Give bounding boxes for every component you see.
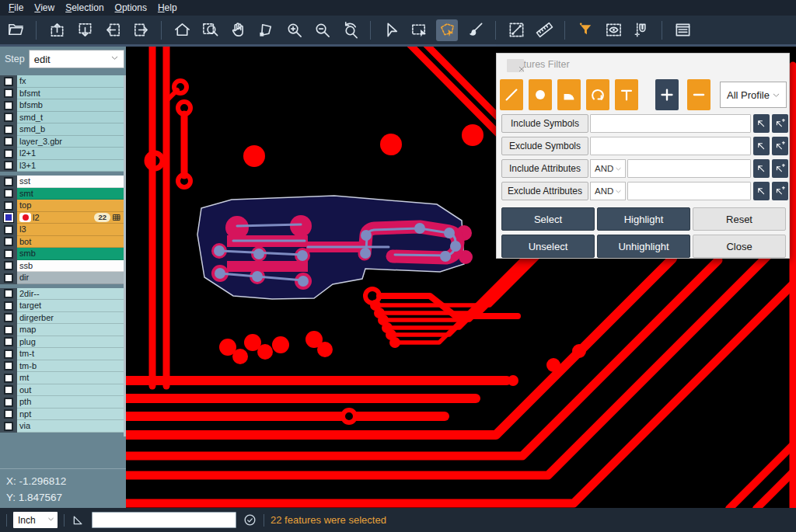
layer-visibility-checkbox[interactable]: [0, 420, 17, 433]
layer-visibility-checkbox[interactable]: [0, 75, 17, 88]
exclude-attributes-operator-select[interactable]: AND: [590, 182, 626, 200]
snap-button[interactable]: [630, 19, 652, 41]
zoom-out-button[interactable]: [311, 19, 333, 41]
include-attributes-operator-select[interactable]: AND: [590, 159, 626, 178]
layer-visibility-checkbox[interactable]: [0, 248, 17, 260]
layer-visibility-checkbox[interactable]: [0, 99, 17, 112]
layer-row-pth[interactable]: pth: [0, 396, 124, 409]
exclude-symbols-pick-add-button[interactable]: [772, 137, 788, 155]
layer-row-map[interactable]: map: [0, 324, 124, 336]
dialog-titlebar[interactable]: Features Filter: [497, 54, 789, 75]
layer-visibility-checkbox[interactable]: [0, 236, 17, 249]
layer-row-smd_b[interactable]: smd_b: [0, 123, 124, 136]
profile-select[interactable]: All Profile: [720, 82, 787, 108]
layer-visibility-checkbox[interactable]: [0, 300, 17, 312]
layer-visibility-checkbox[interactable]: [0, 336, 17, 349]
filter-remove-mode-button[interactable]: [687, 79, 710, 110]
exclude-attributes-field[interactable]: [627, 182, 751, 200]
layer-visibility-checkbox[interactable]: [0, 312, 17, 325]
unselect-button[interactable]: Unselect: [501, 235, 595, 258]
select-pointer-button[interactable]: [380, 19, 402, 41]
layer-row-smb[interactable]: smb: [0, 248, 124, 260]
layer-row-l3+1[interactable]: l3+1: [0, 160, 124, 172]
measure-points-button[interactable]: [505, 19, 527, 41]
layer-row-smt[interactable]: smt: [0, 188, 124, 200]
close-button[interactable]: Close: [693, 235, 786, 258]
layer-visibility-checkbox[interactable]: [0, 348, 17, 360]
clear-selection-button[interactable]: [464, 19, 486, 41]
select-rectangle-button[interactable]: [408, 19, 430, 41]
layer-row-mt[interactable]: mt: [0, 372, 124, 384]
exclude-symbols-field[interactable]: [590, 137, 751, 155]
filter-text-button[interactable]: [615, 79, 638, 110]
layer-visibility-checkbox[interactable]: [0, 372, 17, 384]
layer-row-plug[interactable]: plug: [0, 336, 124, 349]
step-select[interactable]: edit: [29, 50, 124, 68]
layer-visibility-checkbox[interactable]: [0, 160, 17, 172]
include-symbols-pick-add-button[interactable]: [772, 114, 788, 133]
zoom-window-button[interactable]: [199, 19, 221, 41]
home-view-button[interactable]: [171, 19, 193, 41]
command-input[interactable]: [92, 512, 236, 528]
layer-visibility-checkbox[interactable]: [0, 148, 17, 160]
measure-ruler-button[interactable]: [533, 19, 555, 41]
layer-row-out[interactable]: out: [0, 384, 124, 397]
include-symbols-pick-button[interactable]: [753, 114, 770, 133]
highlight-button[interactable]: Highlight: [597, 207, 690, 231]
grid-icon[interactable]: [112, 213, 121, 222]
menu-help[interactable]: Help: [152, 2, 183, 13]
exclude-symbols-pick-button[interactable]: [753, 137, 770, 155]
menu-view[interactable]: View: [29, 2, 60, 13]
menu-options[interactable]: Options: [110, 2, 152, 13]
filter-pads-button[interactable]: [529, 79, 552, 110]
layer-visibility-checkbox[interactable]: [0, 396, 17, 409]
filter-arcs-button[interactable]: [586, 79, 609, 110]
layer-visibility-checkbox[interactable]: [0, 224, 17, 236]
filter-add-mode-button[interactable]: [655, 79, 679, 110]
layer-visibility-checkbox[interactable]: [0, 360, 17, 373]
layer-row-l2+1[interactable]: l2+1: [0, 148, 124, 160]
include-symbols-field[interactable]: [590, 114, 751, 133]
zoom-previous-button[interactable]: [339, 19, 361, 41]
layer-row-bot[interactable]: bot: [0, 236, 124, 249]
layer-row-tm-t[interactable]: tm-t: [0, 348, 124, 360]
layer-visibility-checkbox[interactable]: [0, 176, 17, 188]
layer-visibility-checkbox[interactable]: [0, 112, 17, 124]
layer-row-layer_3.gbr[interactable]: layer_3.gbr: [0, 136, 124, 148]
layer-visibility-checkbox[interactable]: [0, 188, 17, 200]
close-icon[interactable]: [507, 59, 524, 72]
move-up-button[interactable]: [46, 19, 68, 41]
menu-file[interactable]: File: [3, 2, 29, 13]
pan-button[interactable]: [227, 19, 249, 41]
include-attributes-field[interactable]: [627, 159, 751, 178]
layer-row-l2[interactable]: l2 22: [0, 212, 124, 224]
zoom-polygon-button[interactable]: [255, 19, 277, 41]
layer-visibility-checkbox[interactable]: [0, 260, 17, 273]
angle-measure-icon[interactable]: [71, 513, 86, 527]
layer-row-dirgerber[interactable]: dirgerber: [0, 312, 124, 325]
layers-panel-button[interactable]: [672, 19, 693, 41]
layer-visibility-checkbox[interactable]: [0, 409, 17, 421]
include-attributes-button[interactable]: Include Attributes: [501, 159, 588, 178]
layer-row-l3[interactable]: l3: [0, 224, 124, 236]
layer-visibility-checkbox[interactable]: [0, 272, 17, 284]
include-symbols-button[interactable]: Include Symbols: [501, 114, 588, 133]
layer-row-2dir--[interactable]: 2dir--: [0, 288, 124, 301]
zoom-in-button[interactable]: [283, 19, 305, 41]
layer-visibility-checkbox[interactable]: [0, 88, 17, 100]
move-down-button[interactable]: [74, 19, 96, 41]
units-select[interactable]: Inch: [13, 512, 58, 528]
filter-surfaces-button[interactable]: [557, 79, 581, 110]
features-filter-button[interactable]: [574, 19, 596, 41]
layer-visibility-checkbox[interactable]: [0, 123, 17, 136]
unhighlight-button[interactable]: Unhighlight: [597, 235, 690, 258]
layer-row-dir[interactable]: dir: [0, 272, 124, 284]
layer-row-bfsmb[interactable]: bfsmb: [0, 99, 124, 112]
layer-row-ssb[interactable]: ssb: [0, 260, 124, 273]
layer-row-target[interactable]: target: [0, 300, 124, 312]
layer-visibility-checkbox[interactable]: [0, 384, 17, 397]
select-button[interactable]: Select: [501, 207, 595, 231]
layer-row-bfsmt[interactable]: bfsmt: [0, 88, 124, 100]
exclude-attributes-button[interactable]: Exclude Attributes: [501, 182, 588, 200]
open-file-button[interactable]: [5, 19, 26, 41]
